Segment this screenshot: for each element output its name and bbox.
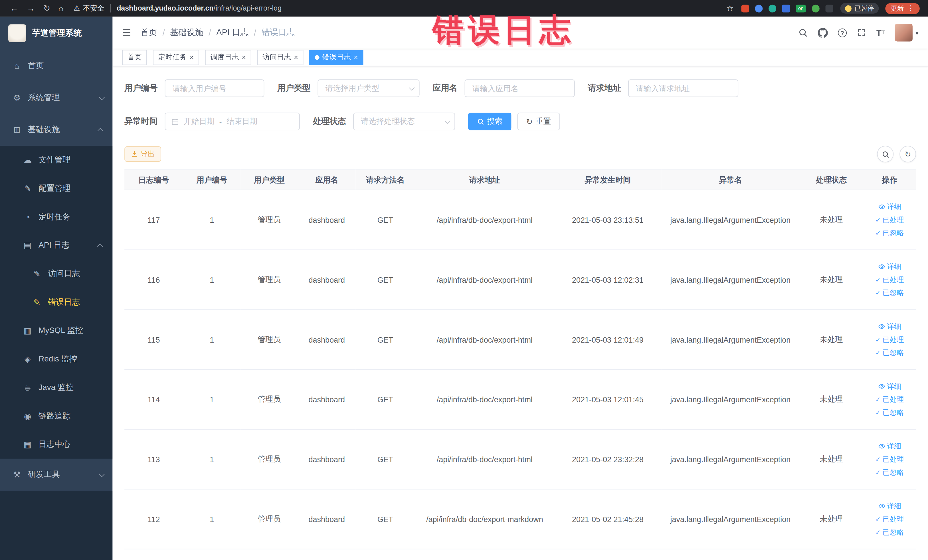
extension-icon-2[interactable] xyxy=(755,5,763,12)
user-id-input[interactable] xyxy=(165,79,264,97)
detail-link[interactable]: 详细 xyxy=(878,322,901,331)
mark-processed-link[interactable]: ✓已处理 xyxy=(875,275,904,285)
eye-icon xyxy=(878,323,885,330)
close-icon[interactable]: × xyxy=(190,53,194,61)
filter-exception-time: 异常时间 开始日期 - 结束日期 xyxy=(124,113,300,130)
extension-on-badge[interactable]: on xyxy=(796,5,806,12)
breadcrumb-home[interactable]: 首页 xyxy=(140,27,157,38)
mark-ignored-link[interactable]: ✓已忽略 xyxy=(875,467,904,477)
fullscreen-icon[interactable] xyxy=(857,28,866,37)
actions-cell: 详细 ✓已处理 ✓已忽略 xyxy=(863,190,916,250)
detail-link[interactable]: 详细 xyxy=(878,441,901,451)
reset-button[interactable]: ↻ 重置 xyxy=(517,113,560,130)
close-icon[interactable]: × xyxy=(294,53,298,61)
filter-buttons: 搜索 ↻ 重置 xyxy=(468,113,560,130)
detail-link[interactable]: 详细 xyxy=(878,262,901,272)
tab-schedule-log[interactable]: 调度日志 × xyxy=(205,49,251,65)
sidebar-item-system-management[interactable]: ⚙ 系统管理 xyxy=(0,82,113,114)
app-name-input[interactable] xyxy=(465,79,575,97)
date-range-picker[interactable]: 开始日期 - 结束日期 xyxy=(165,113,300,130)
mark-processed-link[interactable]: ✓已处理 xyxy=(875,335,904,345)
font-size-icon[interactable]: TT xyxy=(876,28,885,37)
sidebar-item-config-management[interactable]: ✎ 配置管理 xyxy=(0,174,113,203)
sidebar-item-file-management[interactable]: ☁ 文件管理 xyxy=(0,146,113,174)
screen: ← → ↻ ⌂ ⚠ 不安全 dashboard.yudao.iocoder.cn… xyxy=(0,0,928,560)
tab-home[interactable]: 首页 xyxy=(122,49,147,65)
close-icon[interactable]: × xyxy=(354,53,358,61)
sidebar-item-scheduled-tasks[interactable]: ◔ 定时任务 xyxy=(0,203,113,231)
extension-icon-1[interactable] xyxy=(742,5,749,12)
request-url-input[interactable] xyxy=(628,79,738,97)
end-date-placeholder: 结束日期 xyxy=(226,116,257,127)
home-icon: ⌂ xyxy=(12,61,22,70)
close-icon[interactable]: × xyxy=(242,53,246,61)
sidebar-item-trace[interactable]: ◉ 链路追踪 xyxy=(0,402,113,430)
browser-home-icon[interactable]: ⌂ xyxy=(58,3,64,13)
app-logo[interactable]: 芋道管理系统 xyxy=(0,17,113,50)
sidebar-item-error-log[interactable]: ✎ 错误日志 xyxy=(0,288,113,317)
sidebar-item-api-log[interactable]: ▤ API 日志 xyxy=(0,231,113,259)
user-type-select[interactable]: 请选择用户类型 xyxy=(317,79,419,97)
filter-row-2: 异常时间 开始日期 - 结束日期 处理状态 请选择处理状态 xyxy=(124,113,916,130)
browser-menu-icon[interactable]: ⋮ xyxy=(907,4,914,12)
paused-badge[interactable]: 已暂停 xyxy=(840,3,879,14)
check-icon: ✓ xyxy=(875,229,881,237)
github-icon[interactable] xyxy=(818,27,827,38)
extension-icon-7[interactable] xyxy=(826,5,833,12)
mark-processed-link[interactable]: ✓已处理 xyxy=(875,215,904,225)
sidebar-item-home[interactable]: ⌂ 首页 xyxy=(0,50,113,82)
tab-error-log[interactable]: 错误日志 × xyxy=(309,49,363,65)
check-icon: ✓ xyxy=(875,468,881,476)
detail-link[interactable]: 详细 xyxy=(878,202,901,212)
sidebar-item-redis-monitor[interactable]: ◈ Redis 监控 xyxy=(0,345,113,374)
filter-user-id: 用户编号 xyxy=(124,79,264,97)
search-icon[interactable] xyxy=(798,28,807,37)
mark-processed-link[interactable]: ✓已处理 xyxy=(875,514,904,524)
mark-ignored-link[interactable]: ✓已忽略 xyxy=(875,288,904,298)
eye-icon xyxy=(878,443,885,450)
sidebar-item-infrastructure[interactable]: ⊞ 基础设施 xyxy=(0,114,113,146)
sidebar-item-java-monitor[interactable]: ☕ Java 监控 xyxy=(0,374,113,402)
detail-link[interactable]: 详细 xyxy=(878,381,901,391)
table-row: 116 1 管理员 dashboard GET /api/infra/db-do… xyxy=(124,250,916,310)
mysql-icon: ▥ xyxy=(23,326,32,335)
mark-processed-link[interactable]: ✓已处理 xyxy=(875,454,904,464)
breadcrumb-api-log[interactable]: API 日志 xyxy=(216,27,249,38)
export-button[interactable]: 导出 xyxy=(124,146,161,162)
address-bar[interactable]: ⚠ 不安全 dashboard.yudao.iocoder.cn/infra/l… xyxy=(73,3,282,13)
logo-image xyxy=(8,24,26,42)
sidebar-item-access-log[interactable]: ✎ 访问日志 xyxy=(0,259,113,288)
table-row: 113 1 管理员 dashboard GET /api/infra/db-do… xyxy=(124,429,916,489)
reload-icon[interactable]: ↻ xyxy=(43,3,50,13)
mark-ignored-link[interactable]: ✓已忽略 xyxy=(875,348,904,357)
forward-icon[interactable]: → xyxy=(26,3,35,13)
sidebar-item-log-center[interactable]: ▦ 日志中心 xyxy=(0,430,113,459)
breadcrumb-infrastructure[interactable]: 基础设施 xyxy=(170,27,203,38)
col-user-type: 用户类型 xyxy=(241,170,298,190)
toggle-search-button[interactable] xyxy=(877,146,893,162)
mark-ignored-link[interactable]: ✓已忽略 xyxy=(875,407,904,417)
sidebar-item-mysql-monitor[interactable]: ▥ MySQL 监控 xyxy=(0,316,113,345)
update-button[interactable]: 更新 ⋮ xyxy=(885,3,919,14)
tab-scheduled-tasks[interactable]: 定时任务 × xyxy=(153,49,199,65)
tab-access-log[interactable]: 访问日志 × xyxy=(257,49,304,65)
help-icon[interactable]: ? xyxy=(838,28,847,37)
extension-icon-3[interactable] xyxy=(769,5,776,12)
mark-ignored-link[interactable]: ✓已忽略 xyxy=(875,527,904,537)
bookmark-star-icon[interactable]: ☆ xyxy=(726,3,733,13)
sidebar-item-dev-tools[interactable]: ⚒ 研发工具 xyxy=(0,459,113,491)
back-icon[interactable]: ← xyxy=(10,3,18,13)
mark-processed-link[interactable]: ✓已处理 xyxy=(875,394,904,404)
hamburger-icon[interactable]: ☰ xyxy=(122,26,131,39)
process-status-select[interactable]: 请选择处理状态 xyxy=(353,113,455,130)
search-button[interactable]: 搜索 xyxy=(468,113,511,130)
mark-ignored-link[interactable]: ✓已忽略 xyxy=(875,228,904,238)
extension-icon-6[interactable] xyxy=(812,5,820,12)
extension-icon-4[interactable] xyxy=(782,5,790,12)
refresh-table-button[interactable]: ↻ xyxy=(899,146,916,162)
status-value: 未处理 xyxy=(800,489,863,549)
user-avatar[interactable]: ▾ xyxy=(895,24,919,41)
detail-link[interactable]: 详细 xyxy=(878,501,901,511)
status-value: 未处理 xyxy=(800,190,863,250)
filter-process-status: 处理状态 请选择处理状态 xyxy=(313,113,455,130)
